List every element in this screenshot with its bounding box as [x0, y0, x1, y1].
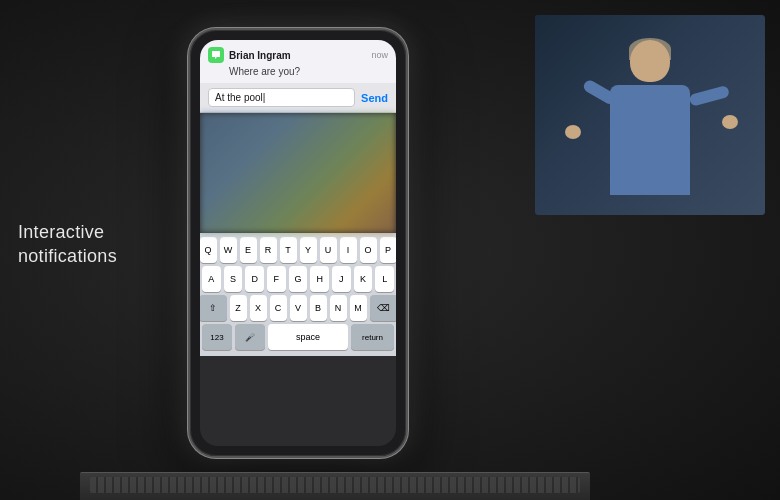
key-k[interactable]: K — [354, 266, 373, 292]
presenter-head — [630, 40, 670, 82]
key-m[interactable]: M — [350, 295, 367, 321]
phone-body: Brian Ingram now Where are you? At the p… — [188, 28, 408, 458]
key-t[interactable]: T — [280, 237, 297, 263]
key-c[interactable]: C — [270, 295, 287, 321]
key-u[interactable]: U — [320, 237, 337, 263]
return-key[interactable]: return — [351, 324, 394, 350]
keyboard-row-3: ⇧ Z X C V B N M ⌫ — [202, 295, 394, 321]
presenter-arm-left — [582, 78, 618, 106]
laptop-keyboard — [80, 472, 590, 500]
delete-key[interactable]: ⌫ — [370, 295, 397, 321]
key-j[interactable]: J — [332, 266, 351, 292]
reply-area: At the pool| Send — [200, 83, 396, 113]
key-w[interactable]: W — [220, 237, 237, 263]
notification-time: now — [371, 50, 388, 60]
presenter-figure — [560, 30, 740, 215]
key-q[interactable]: Q — [200, 237, 217, 263]
key-n[interactable]: N — [330, 295, 347, 321]
key-h[interactable]: H — [310, 266, 329, 292]
shift-key[interactable]: ⇧ — [200, 295, 227, 321]
mic-key[interactable]: 🎤 — [235, 324, 265, 350]
phone-screen: Brian Ingram now Where are you? At the p… — [200, 40, 396, 446]
key-i[interactable]: I — [340, 237, 357, 263]
keyboard-row-1: Q W E R T Y U I O P — [202, 237, 394, 263]
app-blurred-content — [200, 113, 396, 233]
reply-input[interactable]: At the pool| — [208, 88, 355, 107]
key-x[interactable]: X — [250, 295, 267, 321]
space-key[interactable]: space — [268, 324, 348, 350]
key-p[interactable]: P — [380, 237, 397, 263]
message-app-icon — [208, 47, 224, 63]
key-r[interactable]: R — [260, 237, 277, 263]
keyboard: Q W E R T Y U I O P A S D F G — [200, 233, 396, 356]
notification-header: Brian Ingram now — [208, 47, 388, 63]
presenter-background — [535, 15, 765, 215]
notification-message: Where are you? — [208, 66, 388, 77]
key-g[interactable]: G — [289, 266, 308, 292]
key-y[interactable]: Y — [300, 237, 317, 263]
presenter-arm-right — [688, 85, 730, 107]
keyboard-row-2: A S D F G H J K L — [202, 266, 394, 292]
key-z[interactable]: Z — [230, 295, 247, 321]
presenter-video — [535, 15, 765, 215]
send-button[interactable]: Send — [361, 92, 388, 104]
key-a[interactable]: A — [202, 266, 221, 292]
feature-label: Interactive notifications — [18, 220, 117, 269]
key-b[interactable]: B — [310, 295, 327, 321]
presenter-body — [610, 85, 690, 195]
key-v[interactable]: V — [290, 295, 307, 321]
notification-banner: Brian Ingram now Where are you? — [200, 40, 396, 83]
key-e[interactable]: E — [240, 237, 257, 263]
phone-device: Brian Ingram now Where are you? At the p… — [188, 28, 408, 458]
key-f[interactable]: F — [267, 266, 286, 292]
key-s[interactable]: S — [224, 266, 243, 292]
numbers-key[interactable]: 123 — [202, 324, 232, 350]
notification-sender: Brian Ingram — [229, 50, 366, 61]
key-o[interactable]: O — [360, 237, 377, 263]
key-l[interactable]: L — [375, 266, 394, 292]
keyboard-row-bottom: 123 🎤 space return — [202, 324, 394, 350]
presenter-hand-right — [722, 115, 738, 129]
key-d[interactable]: D — [245, 266, 264, 292]
presenter-hand-left — [565, 125, 581, 139]
